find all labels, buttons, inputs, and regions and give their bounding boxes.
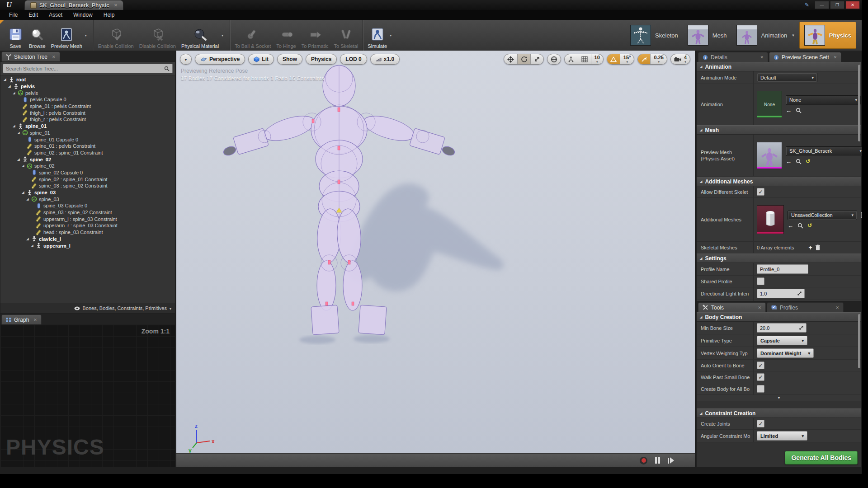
tree-item-spine-01[interactable]: spine_01 xyxy=(0,123,175,130)
menu-file[interactable]: File xyxy=(4,10,23,20)
min-bone-size-field[interactable]: 20.0 xyxy=(757,323,807,333)
feedback-icon[interactable] xyxy=(805,2,809,8)
browse-to-asset-icon[interactable] xyxy=(796,108,802,113)
toolbar-simulate-button[interactable]: Simulate xyxy=(365,20,396,51)
generate-all-bodies-button[interactable]: Generate All Bodies xyxy=(785,451,858,465)
record-button[interactable] xyxy=(640,457,647,465)
use-selected-icon[interactable] xyxy=(786,158,792,165)
playback-speed-button[interactable]: x1.0 xyxy=(370,54,400,65)
restore-button[interactable] xyxy=(830,1,844,9)
expand-arrow-icon[interactable] xyxy=(26,237,29,241)
tree-item-spine-01[interactable]: spine_01 xyxy=(0,130,175,136)
tree-item-spine-03-spine-02-constraint[interactable]: spine_03 : spine_02 Constraint xyxy=(0,183,175,189)
expand-arrow-icon[interactable] xyxy=(17,158,20,161)
world-local-toggle[interactable] xyxy=(547,54,561,64)
rotate-tool-button[interactable] xyxy=(518,54,531,64)
grid-snap-toggle[interactable] xyxy=(578,54,591,64)
preview-mesh-dropdown[interactable]: SK_Ghoul_Berserk xyxy=(786,146,862,156)
use-selected-icon[interactable] xyxy=(788,222,793,229)
expand-arrow-icon[interactable] xyxy=(17,131,20,135)
preview-mesh-thumbnail[interactable] xyxy=(757,142,782,169)
mode-skeleton-button[interactable]: Skeleton xyxy=(626,22,683,48)
step-forward-button[interactable] xyxy=(668,457,674,464)
menu-window[interactable]: Window xyxy=(68,10,98,20)
translate-tool-button[interactable] xyxy=(504,54,518,64)
tab-skeleton-tree[interactable]: Skeleton Tree xyxy=(1,52,60,61)
trash-icon[interactable] xyxy=(815,244,821,250)
directional-light-intensity-field[interactable]: 1.0 xyxy=(757,289,805,298)
tree-item-spine-03-capsule-0[interactable]: spine_03 Capsule 0 xyxy=(0,202,175,209)
toolbar-simulate-dropdown[interactable] xyxy=(388,33,393,38)
camera-speed-button[interactable]: 4 xyxy=(671,54,690,64)
expand-arrow-icon[interactable] xyxy=(12,91,16,95)
create-joints-checkbox[interactable] xyxy=(757,420,764,427)
minimize-button[interactable] xyxy=(815,1,829,9)
graph-canvas[interactable]: Zoom 1:1 PHYSICS xyxy=(0,324,175,467)
close-tab-icon[interactable] xyxy=(114,3,118,8)
toolbar-physical-material-dropdown[interactable] xyxy=(220,33,225,38)
close-icon[interactable] xyxy=(834,55,837,60)
scrollbar[interactable] xyxy=(858,65,860,141)
tab-profiles[interactable]: Profiles xyxy=(767,302,844,312)
expand-arrow-icon[interactable] xyxy=(12,124,16,128)
tree-item-head-spine-03-constraint[interactable]: head : spine_03 Constraint xyxy=(0,229,175,236)
tree-item-spine-01-capsule-0[interactable]: spine_01 Capsule 0 xyxy=(0,136,175,143)
create-body-for-all-bones-checkbox[interactable] xyxy=(757,385,764,393)
tree-item-spine-03-spine-02-constraint[interactable]: spine_03 : spine_02 Constraint xyxy=(0,209,175,216)
tab-tools[interactable]: Tools xyxy=(698,302,766,312)
reset-to-default-icon[interactable] xyxy=(806,158,810,164)
additional-meshes-thumbnail[interactable] xyxy=(757,205,784,234)
shared-profile-checkbox[interactable] xyxy=(757,277,764,285)
tree-filter-bar[interactable]: Bones, Bodies, Constraints, Primitives xyxy=(0,303,175,313)
viewport-options-dropdown[interactable] xyxy=(180,54,192,65)
tree-item-thigh-l-pelvis-constraint[interactable]: thigh_l : pelvis Constraint xyxy=(0,109,175,116)
menu-asset[interactable]: Asset xyxy=(43,10,68,20)
walk-past-small-bones-checkbox[interactable] xyxy=(757,373,764,381)
body-creation-expander[interactable] xyxy=(697,395,861,401)
rotation-snap-toggle[interactable] xyxy=(607,54,620,64)
tab-preview-scene-settings[interactable]: i Preview Scene Sett xyxy=(769,52,841,62)
animation-thumbnail[interactable]: None xyxy=(757,91,782,118)
primitive-type-dropdown[interactable]: Capsule xyxy=(757,336,807,345)
tree-item-thigh-r-pelvis-constraint[interactable]: thigh_r : pelvis Constraint xyxy=(0,116,175,123)
profile-name-field[interactable]: Profile_0 xyxy=(757,264,808,274)
expand-arrow-icon[interactable] xyxy=(3,78,7,81)
rotation-snap-value[interactable]: 15° xyxy=(620,54,634,64)
show-button[interactable]: Show xyxy=(277,54,302,65)
tree-item-root[interactable]: root xyxy=(0,76,175,83)
toolbar-preview-mesh-dropdown[interactable] xyxy=(83,33,89,38)
expand-arrow-icon[interactable] xyxy=(21,164,25,168)
lod-button[interactable]: LOD 0 xyxy=(340,54,367,65)
allow-different-skeleton-checkbox[interactable] xyxy=(757,188,764,196)
tree-item-pelvis-capsule-0[interactable]: pelvis Capsule 0 xyxy=(0,96,175,103)
section-animation[interactable]: Animation xyxy=(697,62,861,71)
tree-item-pelvis[interactable]: pelvis xyxy=(0,83,175,90)
scale-snap-value[interactable]: 0.25 xyxy=(651,54,666,64)
toolbar-browse-button[interactable]: Browse xyxy=(26,20,48,51)
section-constraint-creation[interactable]: Constraint Creation xyxy=(697,408,861,418)
toolbar-save-button[interactable]: Save xyxy=(5,20,26,51)
mode-physics-button[interactable]: Physics xyxy=(799,22,856,49)
tree-item-spine-01-pelvis-constraint[interactable]: spine_01 : pelvis Constraint xyxy=(0,103,175,110)
browse-to-asset-icon[interactable] xyxy=(797,223,803,229)
mode-animation-dropdown[interactable] xyxy=(792,33,794,38)
expand-arrow-icon[interactable] xyxy=(8,84,11,88)
reset-to-default-icon[interactable] xyxy=(807,222,812,229)
expand-arrow-icon[interactable] xyxy=(21,191,25,194)
auto-orient-checkbox[interactable] xyxy=(757,361,764,369)
animation-mode-dropdown[interactable]: Default xyxy=(757,73,817,82)
close-icon[interactable] xyxy=(33,318,37,322)
menu-help[interactable]: Help xyxy=(98,10,120,20)
scrollbar[interactable] xyxy=(858,314,860,368)
tree-item-spine-03[interactable]: spine_03 xyxy=(0,189,175,196)
toolbar-physical-material-button[interactable]: Physical Material xyxy=(179,20,228,51)
close-icon[interactable] xyxy=(835,305,839,310)
mode-animation-button[interactable]: Animation xyxy=(732,22,799,48)
close-icon[interactable] xyxy=(52,55,56,59)
perspective-button[interactable]: Perspective xyxy=(195,54,245,65)
section-additional-meshes[interactable]: Additional Meshes xyxy=(697,177,861,186)
tree-item-clavicle-l[interactable]: clavicle_l xyxy=(0,236,175,243)
additional-meshes-dropdown[interactable]: UnsavedCollection xyxy=(788,211,857,220)
tree-item-spine-02[interactable]: spine_02 xyxy=(0,156,175,163)
tab-details[interactable]: i Details xyxy=(698,52,768,62)
